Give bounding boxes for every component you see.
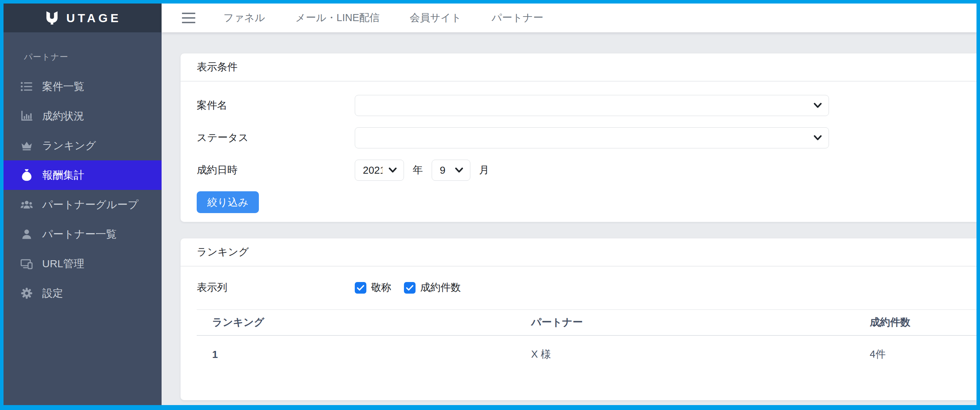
sidebar: UTAGE パートナー 案件一覧 bbox=[3, 3, 162, 405]
window-frame: UTAGE パートナー 案件一覧 bbox=[0, 0, 980, 410]
top-navigation: ファネル メール・LINE配信 会員サイト パートナー bbox=[223, 11, 543, 25]
sidebar-item-label: 案件一覧 bbox=[42, 80, 84, 94]
partner-cell: X 様 bbox=[515, 335, 854, 373]
sidebar-item-deal-list[interactable]: 案件一覧 bbox=[3, 72, 162, 101]
ranking-card-body: 表示列 敬称 bbox=[181, 266, 977, 400]
logo-text: UTAGE bbox=[67, 11, 121, 25]
table-header-row: ランキング パートナー 成約件数 bbox=[197, 310, 977, 336]
bar-chart-icon bbox=[21, 110, 33, 122]
table-row: 1 X 様 4件 bbox=[197, 335, 977, 373]
sidebar-item-settings[interactable]: 設定 bbox=[3, 279, 162, 308]
utage-logo-icon bbox=[44, 10, 60, 26]
crown-icon bbox=[21, 139, 33, 152]
deal-name-row: 案件名 bbox=[197, 95, 960, 116]
deal-name-select[interactable] bbox=[355, 95, 829, 116]
top-navbar: ファネル メール・LINE配信 会員サイト パートナー bbox=[162, 3, 977, 32]
hamburger-menu-icon[interactable] bbox=[182, 13, 195, 23]
filter-conditions-card: 表示条件 案件名 ステータス bbox=[181, 53, 977, 222]
list-icon bbox=[21, 80, 33, 93]
rank-cell: 1 bbox=[197, 335, 515, 373]
month-suffix-label: 月 bbox=[479, 163, 489, 177]
filter-card-body: 案件名 ステータス bbox=[181, 81, 977, 222]
contract-count-cell: 4件 bbox=[854, 335, 977, 373]
contract-date-row: 成約日時 2021 年 9 bbox=[197, 160, 960, 181]
sidebar-item-label: ランキング bbox=[42, 139, 96, 153]
filter-card-title: 表示条件 bbox=[181, 53, 977, 81]
column-checkbox-group: 敬称 成約件数 bbox=[355, 281, 474, 295]
year-suffix-label: 年 bbox=[413, 163, 423, 177]
display-columns-label: 表示列 bbox=[197, 281, 355, 295]
sidebar-menu: 案件一覧 成約状況 bbox=[3, 72, 162, 308]
gear-icon bbox=[21, 287, 33, 300]
nav-item-member-site[interactable]: 会員サイト bbox=[410, 11, 461, 25]
sidebar-item-label: 設定 bbox=[42, 286, 63, 301]
status-label: ステータス bbox=[197, 131, 355, 145]
ranking-card-title: ランキング bbox=[181, 238, 977, 266]
status-select[interactable] bbox=[355, 127, 829, 148]
sidebar-item-contract-status[interactable]: 成約状況 bbox=[3, 101, 162, 131]
sidebar-item-label: URL管理 bbox=[42, 257, 84, 271]
main-content: 表示条件 案件名 ステータス bbox=[162, 32, 977, 405]
sidebar-item-partner-list[interactable]: パートナー一覧 bbox=[3, 219, 162, 249]
content-column: ファネル メール・LINE配信 会員サイト パートナー 表示条件 案件名 bbox=[162, 3, 977, 405]
checkbox-honorific[interactable]: 敬称 bbox=[355, 281, 391, 295]
sidebar-item-partner-group[interactable]: パートナーグループ bbox=[3, 190, 162, 219]
checkbox-checked-icon bbox=[355, 282, 366, 294]
users-icon bbox=[21, 198, 33, 211]
column-header-partner: パートナー bbox=[515, 310, 854, 336]
sidebar-item-reward-summary[interactable]: 報酬集計 bbox=[3, 160, 162, 190]
sidebar-item-ranking[interactable]: ランキング bbox=[3, 131, 162, 160]
column-header-contract-count: 成約件数 bbox=[854, 310, 977, 336]
sidebar-item-label: 成約状況 bbox=[42, 109, 84, 123]
month-select[interactable]: 9 bbox=[432, 160, 470, 181]
sidebar-item-url-management[interactable]: URL管理 bbox=[3, 249, 162, 279]
sidebar-item-label: 報酬集計 bbox=[42, 168, 84, 182]
ranking-card: ランキング 表示列 敬称 bbox=[181, 238, 977, 400]
checkbox-label: 成約件数 bbox=[420, 281, 461, 295]
logo[interactable]: UTAGE bbox=[3, 3, 162, 32]
money-bag-icon bbox=[21, 169, 33, 182]
contract-date-label: 成約日時 bbox=[197, 163, 355, 177]
app-window: UTAGE パートナー 案件一覧 bbox=[3, 3, 977, 405]
nav-item-mail-line[interactable]: メール・LINE配信 bbox=[295, 11, 380, 25]
deal-name-label: 案件名 bbox=[197, 99, 355, 113]
display-columns-row: 表示列 敬称 bbox=[181, 281, 977, 295]
checkbox-contract-count[interactable]: 成約件数 bbox=[404, 281, 461, 295]
status-row: ステータス bbox=[197, 127, 960, 148]
nav-item-funnel[interactable]: ファネル bbox=[223, 11, 265, 25]
nav-item-partner[interactable]: パートナー bbox=[492, 11, 543, 25]
filter-submit-button[interactable]: 絞り込み bbox=[197, 191, 259, 213]
checkbox-checked-icon bbox=[404, 282, 415, 294]
sidebar-item-label: パートナー一覧 bbox=[42, 227, 117, 242]
column-header-ranking: ランキング bbox=[197, 310, 515, 336]
sidebar-item-label: パートナーグループ bbox=[42, 198, 138, 212]
devices-icon bbox=[21, 257, 33, 270]
sidebar-section-label: パートナー bbox=[3, 32, 162, 62]
checkbox-label: 敬称 bbox=[371, 281, 391, 295]
year-select[interactable]: 2021 bbox=[355, 160, 404, 181]
user-icon bbox=[21, 228, 33, 241]
ranking-table: ランキング パートナー 成約件数 1 X 様 4件 bbox=[197, 309, 977, 373]
